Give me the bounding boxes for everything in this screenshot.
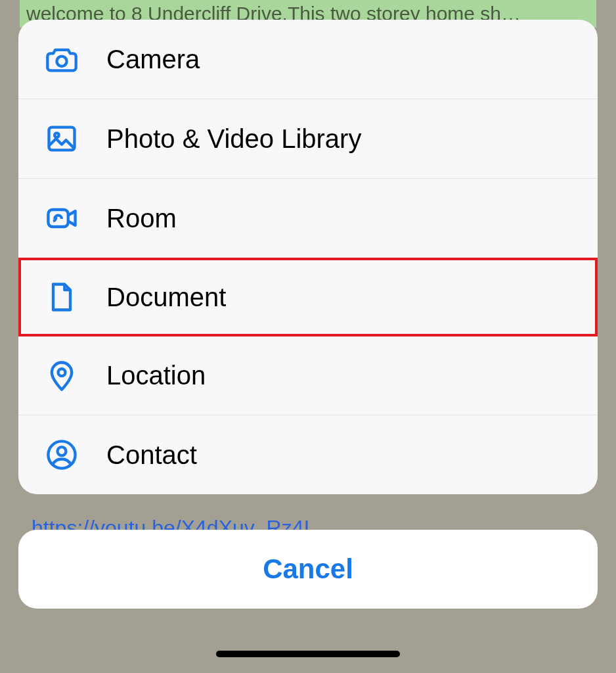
menu-item-label: Room [106, 204, 177, 233]
menu-item-label: Contact [106, 440, 197, 470]
svg-point-4 [58, 369, 66, 376]
menu-item-contact[interactable]: Contact [18, 415, 598, 494]
menu-item-label: Photo & Video Library [106, 124, 361, 154]
svg-point-0 [56, 57, 66, 66]
menu-item-label: Camera [106, 45, 200, 74]
room-icon [42, 198, 81, 238]
svg-rect-3 [48, 210, 68, 227]
home-indicator [216, 651, 400, 657]
menu-item-label: Location [106, 361, 206, 390]
document-icon [42, 277, 81, 317]
cancel-label: Cancel [263, 553, 353, 585]
menu-item-document[interactable]: Document [18, 258, 598, 336]
cancel-button[interactable]: Cancel [18, 530, 598, 609]
contact-icon [42, 435, 81, 475]
attachment-action-sheet: Camera Photo & Video Library Room [18, 20, 598, 494]
menu-item-label: Document [106, 283, 226, 312]
menu-item-photo-video-library[interactable]: Photo & Video Library [18, 99, 598, 179]
svg-point-2 [55, 133, 59, 137]
camera-icon [42, 39, 81, 79]
menu-item-room[interactable]: Room [18, 179, 598, 258]
photo-icon [42, 119, 81, 158]
menu-item-camera[interactable]: Camera [18, 20, 598, 99]
svg-point-6 [58, 447, 66, 455]
menu-item-location[interactable]: Location [18, 336, 598, 415]
location-icon [42, 356, 81, 395]
